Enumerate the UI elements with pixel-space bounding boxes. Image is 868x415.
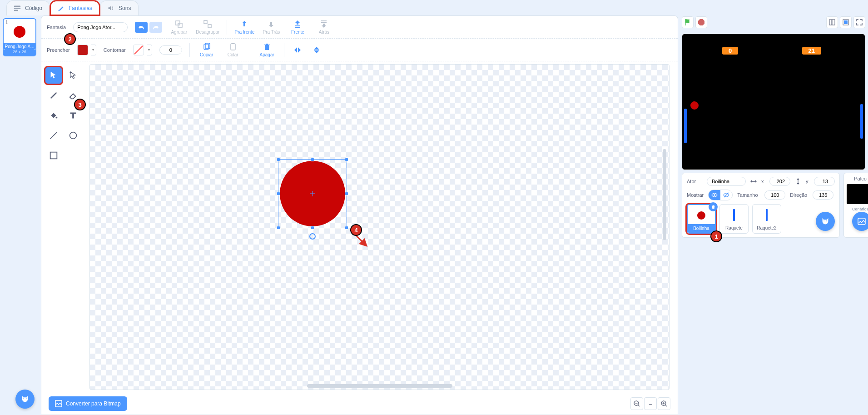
editor-toolbar-row2: Preencher ▾ Contornar ▾ Copiar Colar Apa… xyxy=(41,39,678,61)
to-back-button[interactable]: Atrás xyxy=(314,20,333,35)
horizontal-scrollbar[interactable] xyxy=(307,384,452,388)
sprite-tile-boilinha[interactable]: Boilinha xyxy=(687,204,716,234)
small-stage-button[interactable] xyxy=(826,16,838,28)
rotation-handle[interactable] xyxy=(309,233,316,240)
svg-rect-16 xyxy=(231,44,235,50)
zoom-reset-button[interactable]: = xyxy=(644,397,657,410)
line-tool[interactable] xyxy=(45,127,62,144)
svg-point-19 xyxy=(56,117,58,119)
svg-line-20 xyxy=(50,132,57,139)
svg-point-4 xyxy=(26,398,27,399)
sprite-list: Boilinha Raquete Raquete2 xyxy=(687,204,835,234)
xy-arrows-icon xyxy=(750,178,757,185)
delete-sprite-button[interactable] xyxy=(709,202,718,211)
visibility-toggle[interactable] xyxy=(708,190,733,200)
stage-panel: Palco Cenários 1 xyxy=(843,173,868,238)
stage-paddle-left xyxy=(684,109,687,143)
annotation-3: 3 xyxy=(74,99,86,110)
sprite-name-input[interactable] xyxy=(707,177,746,186)
bitmap-icon xyxy=(55,400,62,407)
direction-label: Direção xyxy=(790,192,808,198)
svg-rect-0 xyxy=(14,6,20,7)
score-right: 21 xyxy=(802,47,821,55)
tab-costumes[interactable]: Fantasias xyxy=(50,0,100,15)
center-crosshair-icon xyxy=(310,191,315,196)
svg-rect-36 xyxy=(844,20,848,24)
add-costume-fab[interactable] xyxy=(15,390,35,409)
stage-paddle-right xyxy=(860,104,863,139)
square-icon xyxy=(49,150,59,160)
add-sprite-fab[interactable] xyxy=(816,212,835,231)
vertical-scrollbar[interactable] xyxy=(663,149,666,240)
sprite-name: Raquete2 xyxy=(753,224,781,232)
zoom-out-button[interactable] xyxy=(630,397,643,410)
fill-color-picker[interactable]: ▾ xyxy=(77,45,96,55)
svg-rect-34 xyxy=(832,20,835,25)
costume-preview xyxy=(4,21,35,43)
costume-name-input[interactable] xyxy=(73,22,128,32)
annotation-1: 1 xyxy=(710,230,722,242)
to-front-button[interactable]: Frente xyxy=(288,20,307,35)
stop-button[interactable] xyxy=(695,16,707,28)
fill-label: Preencher xyxy=(47,47,70,53)
canvas[interactable] xyxy=(89,64,670,390)
add-backdrop-fab[interactable] xyxy=(852,212,868,231)
rectangle-tool[interactable] xyxy=(45,147,62,164)
tab-code[interactable]: Código xyxy=(6,0,50,15)
svg-rect-12 xyxy=(321,22,327,23)
convert-to-bitmap-button[interactable]: Converter para Bitmap xyxy=(49,396,127,411)
copy-button[interactable]: Copiar xyxy=(197,42,216,57)
backward-button[interactable]: Pra Trás xyxy=(262,20,281,35)
redo-button[interactable] xyxy=(149,22,162,33)
tab-sounds[interactable]: Sons xyxy=(100,0,139,15)
annotation-4: 4 xyxy=(350,224,362,236)
svg-point-39 xyxy=(823,220,824,221)
ungroup-button[interactable]: Desagrupar xyxy=(196,20,219,35)
delete-button[interactable]: Apagar xyxy=(258,42,277,57)
sprite-tile-raquete[interactable]: Raquete xyxy=(719,204,749,234)
copy-icon xyxy=(202,42,211,51)
select-tool[interactable] xyxy=(45,67,62,84)
y-input[interactable] xyxy=(814,177,835,186)
zoom-in-button[interactable] xyxy=(658,397,670,410)
sprite-name-label: Ator xyxy=(687,179,702,184)
svg-point-37 xyxy=(714,194,715,195)
fullscreen-button[interactable] xyxy=(853,16,865,28)
hide-button[interactable] xyxy=(720,190,732,200)
text-icon xyxy=(68,110,78,120)
direction-input[interactable] xyxy=(813,190,833,200)
size-input[interactable] xyxy=(764,190,785,200)
to-back-icon xyxy=(319,20,328,29)
costume-thumbnail[interactable]: 1 Pong Jogo A... 26 x 26 xyxy=(3,18,36,56)
stage-thumbnail[interactable] xyxy=(847,184,868,204)
svg-rect-10 xyxy=(295,27,300,28)
y-label: y xyxy=(806,179,809,184)
fill-tool[interactable] xyxy=(45,107,62,124)
drawing-tools xyxy=(41,61,87,393)
group-button[interactable]: Agrupar xyxy=(169,20,188,35)
show-button[interactable] xyxy=(709,190,720,200)
outline-color-picker[interactable]: ▾ xyxy=(133,45,152,55)
costume-index: 1 xyxy=(5,20,8,25)
brush-tool[interactable] xyxy=(45,87,62,104)
zoom-in-icon xyxy=(661,400,667,407)
circle-tool[interactable] xyxy=(64,127,82,144)
tab-costumes-label: Fantasias xyxy=(69,5,92,11)
large-stage-button[interactable] xyxy=(840,16,852,28)
paste-button[interactable]: Colar xyxy=(223,42,243,57)
selection-box[interactable] xyxy=(278,159,347,228)
stage[interactable]: 0 21 xyxy=(682,34,865,170)
sprite-tile-raquete2[interactable]: Raquete2 xyxy=(752,204,781,234)
forward-button[interactable]: Pra frente xyxy=(234,20,254,35)
cat-icon xyxy=(820,216,830,226)
reshape-tool[interactable] xyxy=(64,67,82,84)
x-input[interactable] xyxy=(769,177,790,186)
outline-width-input[interactable] xyxy=(159,45,182,55)
flip-horizontal-button[interactable] xyxy=(292,45,303,55)
green-flag-button[interactable] xyxy=(682,16,694,28)
outline-swatch xyxy=(133,45,144,55)
undo-button[interactable] xyxy=(135,22,148,33)
flip-vertical-button[interactable] xyxy=(311,45,322,55)
costume-name-label: Fantasia xyxy=(47,25,66,30)
y-arrows-icon xyxy=(795,178,801,185)
